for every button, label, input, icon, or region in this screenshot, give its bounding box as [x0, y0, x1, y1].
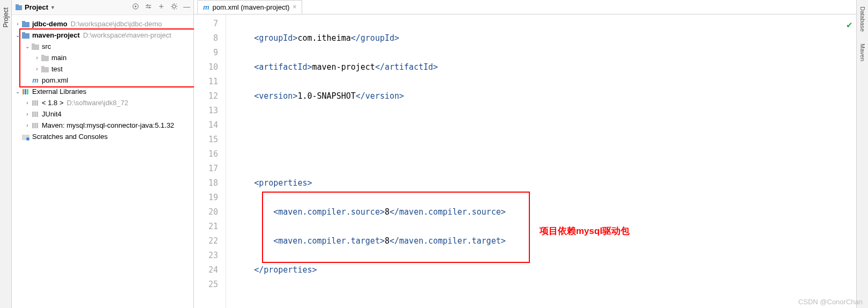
module-icon [21, 20, 30, 28]
target-icon[interactable] [132, 3, 139, 12]
svg-rect-20 [36, 100, 38, 106]
svg-rect-16 [25, 89, 26, 94]
tree-label: test [51, 63, 63, 75]
tree-label: JUnit4 [42, 108, 62, 120]
tree-label: jdbc-demo [32, 18, 68, 30]
tree-label: main [51, 52, 66, 63]
svg-rect-22 [34, 112, 36, 117]
tree-node-scratches[interactable]: Scratches and Consoles [12, 131, 193, 142]
svg-rect-17 [27, 89, 28, 94]
analysis-ok-icon[interactable]: ✔ [846, 20, 853, 30]
project-tool-tab[interactable]: Project [1, 4, 11, 31]
library-icon [31, 110, 40, 119]
svg-rect-19 [34, 100, 36, 106]
right-tool-strip: Database Maven [856, 0, 868, 308]
tree-node-test[interactable]: › test [12, 63, 193, 75]
svg-point-3 [135, 6, 137, 8]
svg-rect-25 [34, 123, 36, 128]
svg-rect-12 [41, 55, 44, 56]
project-tree[interactable]: › jdbc-demo D:\workspace\jdbc\jdbc-demo … [12, 15, 193, 142]
tree-node-external-libraries[interactable]: ⌄ External Libraries [12, 86, 193, 97]
svg-rect-1 [16, 4, 19, 6]
project-panel-header: Project ▼ — [12, 0, 193, 15]
svg-rect-26 [36, 123, 38, 128]
tree-node-jdbc-demo[interactable]: › jdbc-demo D:\workspace\jdbc\jdbc-demo [12, 18, 193, 30]
library-icon [31, 99, 40, 107]
expand-all-icon[interactable] [145, 3, 152, 12]
tree-label: External Libraries [32, 86, 86, 97]
divider-icon[interactable] [158, 3, 165, 12]
svg-rect-8 [22, 32, 25, 34]
project-panel: Project ▼ — › jdbc-demo D:\workspace\jdb… [12, 0, 194, 308]
tree-node-maven-project[interactable]: ⌄ maven-project D:\workspace\maven-proje… [12, 30, 193, 41]
maven-file-icon: m [203, 3, 209, 11]
tree-node-pom[interactable]: m pom.xml [12, 75, 193, 86]
module-icon [21, 31, 30, 40]
annotation-text: 项目依赖mysql驱动包 [540, 224, 630, 238]
tree-label: Maven: mysql:mysql-connector-java:5.1.32 [42, 120, 174, 131]
tree-label: pom.xml [42, 75, 68, 86]
tree-label: src [42, 41, 51, 52]
library-icon [31, 121, 40, 130]
chevron-down-icon[interactable]: ▼ [50, 5, 55, 10]
tree-node-jdk[interactable]: › < 1.8 > D:\software\jdk8_72 [12, 97, 193, 108]
svg-rect-23 [36, 112, 38, 117]
svg-rect-14 [41, 66, 44, 68]
editor-tab-pom[interactable]: m pom.xml (maven-project) × [197, 0, 302, 14]
tree-label: < 1.8 > [42, 97, 63, 108]
tree-node-src[interactable]: ⌄ src [12, 41, 193, 52]
folder-icon [31, 42, 40, 51]
tree-label: Scratches and Consoles [32, 131, 108, 142]
editor-area: m pom.xml (maven-project) × 7 8 9 10 11 … [194, 0, 856, 308]
tree-node-main[interactable]: › main [12, 52, 193, 63]
maven-tool-tab[interactable]: Maven [859, 40, 866, 64]
line-gutter: 7 8 9 10 11 12 13 14 15 16 17 18 19 20 2… [194, 14, 226, 308]
svg-point-28 [26, 137, 29, 141]
libraries-icon [21, 87, 30, 96]
svg-point-4 [173, 5, 176, 8]
svg-rect-0 [16, 5, 22, 10]
hide-icon[interactable]: — [183, 3, 190, 12]
tree-node-maven-mysql[interactable]: › Maven: mysql:mysql-connector-java:5.1.… [12, 120, 193, 131]
svg-rect-9 [32, 45, 39, 50]
svg-rect-21 [32, 112, 34, 117]
tab-label: pom.xml (maven-project) [213, 3, 290, 11]
tree-node-junit[interactable]: › JUnit4 [12, 108, 193, 120]
annotation-box-code [262, 192, 530, 263]
svg-rect-10 [32, 43, 35, 45]
project-panel-title: Project [25, 3, 48, 11]
scratches-icon [21, 133, 30, 141]
svg-rect-11 [41, 56, 49, 61]
svg-rect-13 [41, 67, 49, 72]
tree-path: D:\workspace\maven-project [83, 30, 171, 41]
svg-rect-24 [32, 123, 34, 128]
left-tool-strip: Project [0, 0, 12, 308]
folder-icon [41, 54, 49, 62]
maven-file-icon: m [31, 76, 40, 85]
tree-path: D:\workspace\jdbc\jdbc-demo [71, 18, 162, 30]
editor-tabs: m pom.xml (maven-project) × [194, 0, 856, 14]
code-editor[interactable]: <groupId>com.itheima</groupId> <artifact… [226, 14, 856, 308]
tree-path: D:\software\jdk8_72 [66, 97, 128, 108]
svg-rect-15 [23, 89, 24, 94]
svg-rect-6 [22, 21, 25, 23]
svg-rect-5 [22, 22, 29, 27]
gear-icon[interactable] [170, 3, 178, 12]
folder-icon [41, 65, 49, 74]
watermark: CSDN @ConorChan [798, 298, 863, 306]
svg-rect-7 [22, 33, 29, 39]
tree-label: maven-project [32, 30, 80, 41]
svg-rect-18 [32, 100, 34, 106]
close-icon[interactable]: × [293, 3, 296, 11]
project-icon [15, 4, 23, 11]
database-tool-tab[interactable]: Database [859, 3, 866, 35]
